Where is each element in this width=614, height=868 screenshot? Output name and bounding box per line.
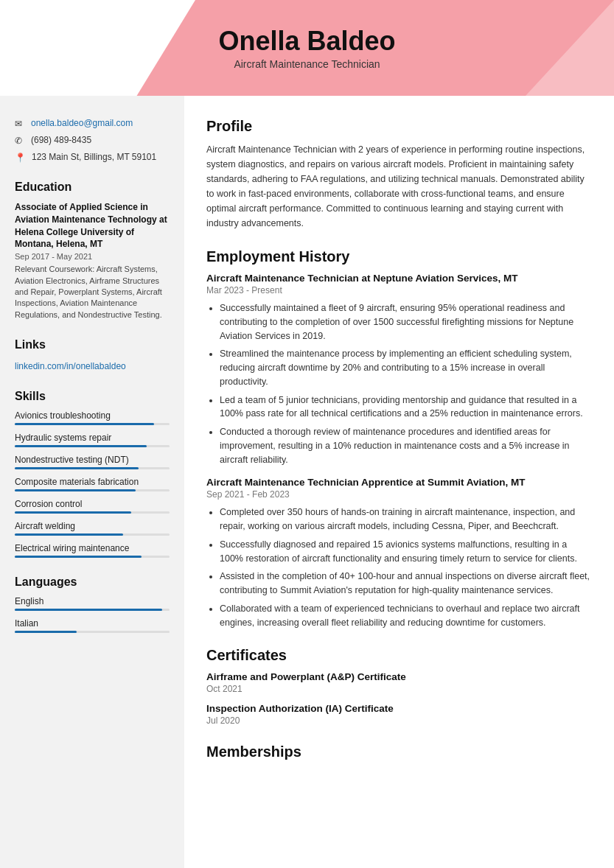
phone-number: (698) 489-8435	[31, 135, 91, 145]
skill-bar-bg	[15, 467, 170, 469]
language-name: Italian	[15, 618, 170, 629]
job-bullet: Led a team of 5 junior technicians, prov…	[220, 393, 592, 421]
sidebar: ✉ onella.baldeo@gmail.com ✆ (698) 489-84…	[0, 96, 184, 868]
language-item: English	[15, 596, 170, 611]
job-bullet: Assisted in the completion of 40+ 100-ho…	[220, 570, 592, 598]
skill-bar-bg	[15, 511, 170, 514]
skills-list: Avionics troubleshooting Hydraulic syste…	[15, 410, 170, 558]
languages-section: Languages English Italian	[15, 575, 170, 633]
skill-item: Composite materials fabrication	[15, 477, 170, 491]
skill-bar-fill	[15, 445, 147, 447]
job-bullets: Completed over 350 hours of hands-on tra…	[206, 505, 592, 629]
location-icon: 📍	[15, 153, 26, 163]
email-icon: ✉	[15, 119, 25, 129]
job-title: Aircraft Maintenance Technician Apprenti…	[206, 477, 592, 488]
job-bullet: Collaborated with a team of experienced …	[220, 602, 592, 630]
email-item: ✉ onella.baldeo@gmail.com	[15, 118, 170, 129]
skill-item: Nondestructive testing (NDT)	[15, 455, 170, 469]
skill-item: Hydraulic systems repair	[15, 433, 170, 447]
candidate-title: Aircraft Maintenance Technician	[218, 58, 395, 70]
job-bullet: Successfully maintained a fleet of 9 air…	[220, 301, 592, 343]
skill-name: Hydraulic systems repair	[15, 433, 170, 443]
job-bullet: Completed over 350 hours of hands-on tra…	[220, 505, 592, 533]
skill-bar-fill	[15, 423, 154, 425]
language-item: Italian	[15, 618, 170, 633]
job-entry: Aircraft Maintenance Technician at Neptu…	[206, 273, 592, 466]
skill-bar-fill	[15, 511, 131, 514]
lang-bar-bg	[15, 609, 170, 611]
languages-list: English Italian	[15, 596, 170, 633]
linkedin-link[interactable]: linkedin.com/in/onellabaldeo	[15, 361, 126, 371]
skill-bar-bg	[15, 489, 170, 491]
skill-name: Aircraft welding	[15, 521, 170, 531]
job-bullet: Conducted a thorough review of maintenan…	[220, 425, 592, 466]
profile-section: Profile Aircraft Maintenance Technician …	[206, 118, 592, 231]
job-bullet: Streamlined the maintenance process by i…	[220, 347, 592, 388]
main-content: Profile Aircraft Maintenance Technician …	[184, 96, 614, 868]
job-date: Sep 2021 - Feb 2023	[206, 489, 592, 500]
skill-item: Corrosion control	[15, 499, 170, 514]
skill-name: Composite materials fabrication	[15, 477, 170, 487]
contact-section: ✉ onella.baldeo@gmail.com ✆ (698) 489-84…	[15, 118, 170, 163]
skill-name: Avionics troubleshooting	[15, 410, 170, 421]
cert-date: Oct 2021	[206, 684, 592, 694]
certs-list: Airframe and Powerplant (A&P) Certificat…	[206, 671, 592, 726]
skill-name: Corrosion control	[15, 499, 170, 509]
lang-bar-fill	[15, 609, 162, 611]
profile-text: Aircraft Maintenance Technician with 2 y…	[206, 142, 592, 231]
cert-entry: Inspection Authorization (IA) Certificat…	[206, 703, 592, 726]
job-date: Mar 2023 - Present	[206, 285, 592, 295]
skill-bar-fill	[15, 489, 136, 491]
job-bullet: Successfully diagnosed and repaired 15 a…	[220, 538, 592, 566]
lang-bar-fill	[15, 631, 77, 633]
email-link[interactable]: onella.baldeo@gmail.com	[31, 118, 133, 128]
profile-title: Profile	[206, 118, 592, 135]
cert-date: Jul 2020	[206, 715, 592, 726]
skill-item: Electrical wiring maintenance	[15, 543, 170, 558]
education-section: Education Associate of Applied Science i…	[15, 181, 170, 321]
skill-bar-bg	[15, 445, 170, 447]
main-layout: ✉ onella.baldeo@gmail.com ✆ (698) 489-84…	[0, 96, 614, 868]
cert-name: Airframe and Powerplant (A&P) Certificat…	[206, 671, 592, 682]
language-name: English	[15, 596, 170, 606]
skill-item: Aircraft welding	[15, 521, 170, 536]
edu-degree: Associate of Applied Science in Aviation…	[15, 201, 170, 251]
cert-name: Inspection Authorization (IA) Certificat…	[206, 703, 592, 714]
links-title: Links	[15, 338, 170, 351]
skill-bar-fill	[15, 467, 139, 469]
skill-bar-bg	[15, 556, 170, 558]
candidate-name: Onella Baldeo	[218, 26, 395, 57]
employment-section: Employment History Aircraft Maintenance …	[206, 248, 592, 629]
edu-dates: Sep 2017 - May 2021	[15, 252, 170, 261]
skills-title: Skills	[15, 390, 170, 403]
education-title: Education	[15, 181, 170, 194]
certificates-title: Certificates	[206, 647, 592, 664]
cert-entry: Airframe and Powerplant (A&P) Certificat…	[206, 671, 592, 694]
job-title: Aircraft Maintenance Technician at Neptu…	[206, 273, 592, 284]
skills-section: Skills Avionics troubleshooting Hydrauli…	[15, 390, 170, 558]
address-text: 123 Main St, Billings, MT 59101	[32, 152, 156, 162]
employment-title: Employment History	[206, 248, 592, 265]
header: Onella Baldeo Aircraft Maintenance Techn…	[0, 0, 614, 96]
skill-bar-fill	[15, 533, 123, 536]
phone-icon: ✆	[15, 136, 25, 146]
memberships-section: Memberships	[206, 743, 592, 760]
job-entry: Aircraft Maintenance Technician Apprenti…	[206, 477, 592, 629]
skill-name: Electrical wiring maintenance	[15, 543, 170, 553]
certificates-section: Certificates Airframe and Powerplant (A&…	[206, 647, 592, 726]
education-entry: Associate of Applied Science in Aviation…	[15, 201, 170, 321]
address-item: 📍 123 Main St, Billings, MT 59101	[15, 152, 170, 163]
links-section: Links linkedin.com/in/onellabaldeo	[15, 338, 170, 372]
resume-page: Onella Baldeo Aircraft Maintenance Techn…	[0, 0, 614, 868]
job-bullets: Successfully maintained a fleet of 9 air…	[206, 301, 592, 466]
jobs-list: Aircraft Maintenance Technician at Neptu…	[206, 273, 592, 629]
skill-bar-bg	[15, 423, 170, 425]
skill-bar-fill	[15, 556, 142, 558]
memberships-title: Memberships	[206, 743, 592, 760]
phone-item: ✆ (698) 489-8435	[15, 135, 170, 146]
skill-name: Nondestructive testing (NDT)	[15, 455, 170, 465]
skill-item: Avionics troubleshooting	[15, 410, 170, 425]
header-text: Onella Baldeo Aircraft Maintenance Techn…	[218, 26, 395, 70]
lang-bar-bg	[15, 631, 170, 633]
languages-title: Languages	[15, 575, 170, 589]
